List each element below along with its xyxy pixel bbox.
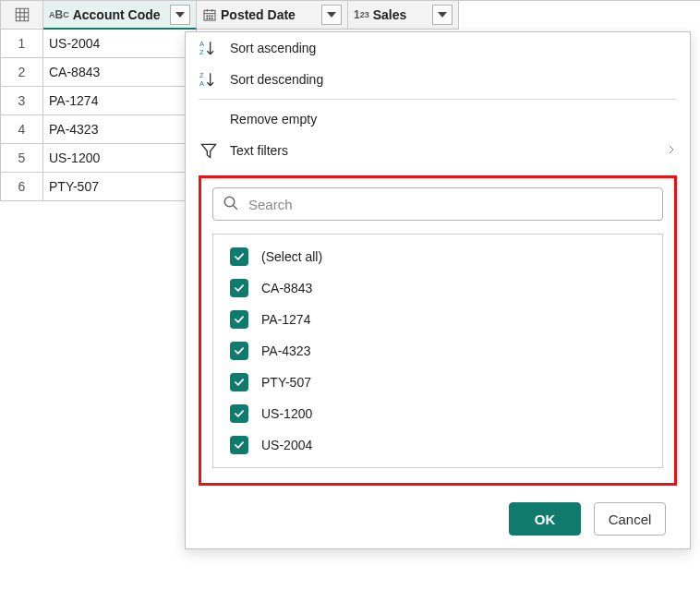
funnel-icon	[199, 141, 219, 160]
filter-value-item[interactable]: (Select all)	[230, 247, 646, 266]
date-type-icon	[202, 7, 217, 22]
filter-value-item[interactable]: PTY-507	[230, 373, 646, 391]
checkbox-checked-icon[interactable]	[230, 279, 248, 297]
search-input[interactable]	[247, 196, 653, 213]
svg-point-13	[209, 18, 210, 18]
column-header-account-code[interactable]: ABC Account Code	[43, 1, 197, 30]
filter-value-item[interactable]: PA-4323	[230, 342, 646, 360]
menu-separator	[199, 99, 677, 100]
column-label: Sales	[373, 7, 407, 22]
sort-ascending-item[interactable]: AZ Sort ascending	[186, 32, 690, 64]
menu-label: Text filters	[230, 143, 288, 158]
header-row: ABC Account Code Posted Date 123 Sales	[1, 1, 700, 30]
cell-account-code[interactable]: US-1200	[43, 144, 197, 173]
svg-point-11	[211, 16, 212, 17]
row-number: 3	[1, 87, 43, 115]
column-filter-button-posted-date[interactable]	[321, 5, 342, 25]
button-label: Cancel	[609, 512, 652, 527]
svg-point-12	[207, 18, 208, 18]
sort-descending-item[interactable]: ZA Sort descending	[186, 64, 690, 95]
svg-text:A: A	[199, 79, 204, 88]
column-header-posted-date[interactable]: Posted Date	[197, 1, 348, 30]
checkbox-checked-icon[interactable]	[230, 247, 248, 266]
cell-account-code[interactable]: PTY-507	[43, 173, 197, 201]
filter-dropdown-panel: AZ Sort ascending ZA Sort descending Rem…	[185, 31, 691, 549]
svg-point-10	[209, 16, 210, 17]
dialog-button-row: OK Cancel	[186, 486, 690, 536]
svg-rect-0	[16, 8, 29, 21]
column-filter-button-sales[interactable]	[432, 5, 453, 25]
filter-value-item[interactable]: CA-8843	[230, 279, 646, 297]
filter-value-label: PTY-507	[261, 375, 311, 390]
column-label: Posted Date	[221, 7, 296, 22]
checkbox-checked-icon[interactable]	[230, 404, 248, 423]
svg-text:Z: Z	[199, 48, 204, 56]
filter-value-list: (Select all)CA-8843PA-1274PA-4323PTY-507…	[212, 234, 663, 468]
svg-point-19	[224, 197, 235, 207]
row-number: 4	[1, 115, 43, 144]
cancel-button[interactable]: Cancel	[594, 502, 666, 536]
row-number: 6	[1, 173, 43, 201]
filter-values-highlight: (Select all)CA-8843PA-1274PA-4323PTY-507…	[199, 175, 677, 486]
cell-account-code[interactable]: PA-1274	[43, 87, 197, 115]
filter-value-label: CA-8843	[261, 281, 312, 295]
filter-value-label: US-1200	[261, 406, 312, 421]
number-type-icon: 123	[354, 8, 369, 21]
checkbox-checked-icon[interactable]	[230, 436, 248, 454]
text-type-icon: ABC	[49, 8, 69, 21]
column-header-sales[interactable]: 123 Sales	[348, 1, 459, 30]
sort-asc-icon: AZ	[199, 39, 219, 57]
text-filters-item[interactable]: Text filters	[186, 135, 690, 166]
column-label: Account Code	[73, 7, 161, 22]
checkbox-checked-icon[interactable]	[230, 310, 248, 329]
row-number: 2	[1, 58, 43, 87]
search-icon	[223, 195, 239, 214]
remove-empty-item[interactable]: Remove empty	[186, 103, 690, 135]
filter-value-label: PA-1274	[261, 312, 310, 327]
svg-point-9	[207, 16, 208, 17]
cell-account-code[interactable]: US-2004	[43, 30, 197, 58]
cell-account-code[interactable]: PA-4323	[43, 115, 197, 144]
table-corner-icon[interactable]	[1, 1, 43, 30]
row-number: 5	[1, 144, 43, 173]
filter-value-item[interactable]: US-1200	[230, 404, 646, 423]
checkbox-checked-icon[interactable]	[230, 373, 248, 391]
filter-value-label: (Select all)	[261, 249, 322, 264]
ok-button[interactable]: OK	[509, 502, 581, 536]
checkbox-checked-icon[interactable]	[230, 342, 248, 360]
column-filter-button-account-code[interactable]	[170, 5, 190, 25]
menu-label: Sort descending	[230, 72, 323, 87]
svg-point-14	[211, 18, 212, 18]
svg-line-20	[233, 205, 237, 210]
filter-value-label: PA-4323	[261, 343, 310, 358]
filter-value-item[interactable]: PA-1274	[230, 310, 646, 329]
menu-label: Sort ascending	[230, 41, 316, 55]
sort-desc-icon: ZA	[199, 70, 219, 89]
button-label: OK	[535, 512, 556, 527]
menu-label: Remove empty	[230, 112, 317, 126]
chevron-right-icon	[666, 143, 677, 158]
row-number: 1	[1, 30, 43, 58]
cell-account-code[interactable]: CA-8843	[43, 58, 197, 87]
filter-value-label: US-2004	[261, 438, 312, 452]
filter-value-item[interactable]: US-2004	[230, 436, 646, 454]
filter-search-field[interactable]	[212, 187, 663, 221]
